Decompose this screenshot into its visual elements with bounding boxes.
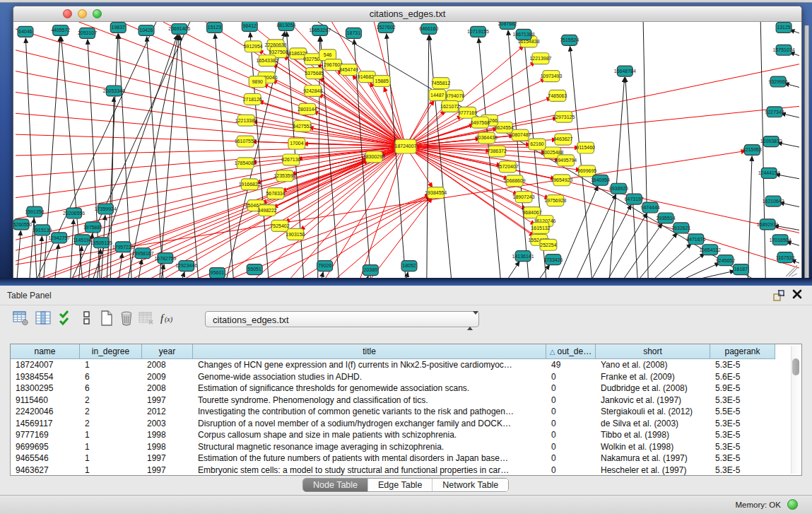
cell-in-degree[interactable]: 2 [80, 395, 142, 407]
graph-node[interactable]: 14136141 [512, 251, 534, 262]
cell-pagerank[interactable]: 5.6E-5 [710, 371, 775, 383]
graph-node[interactable]: 12353594 [273, 170, 295, 182]
graph-node[interactable]: 20389 [363, 265, 378, 276]
graph-node[interactable]: 25260550 [13, 219, 33, 230]
cell-out-de-[interactable]: 0 [546, 395, 596, 407]
cell-year[interactable]: 1998 [142, 441, 193, 453]
graph-node[interactable]: 5912954 [244, 41, 263, 52]
column-header-out-de-[interactable]: △out_de… [546, 344, 596, 359]
graph-node[interactable]: 16782759 [154, 253, 176, 264]
graph-node[interactable]: 10426 [139, 25, 154, 35]
graph-node[interactable]: 8813054 [276, 22, 295, 30]
graph-node[interactable]: 7386372 [488, 146, 507, 157]
graph-node[interactable]: 15885 [373, 76, 390, 87]
graph-node[interactable]: 6466160 [419, 23, 438, 34]
graph-node[interactable]: 9474444 [641, 202, 660, 213]
cell-short[interactable]: Dudbridge et al. (2008) [596, 382, 710, 395]
column-header-year[interactable]: year [142, 344, 193, 359]
tab-edge-table[interactable]: Edge Table [368, 479, 433, 491]
graph-node[interactable]: 15123 [207, 22, 223, 33]
graph-node[interactable]: 1591358 [25, 206, 44, 217]
graph-node[interactable]: 10688609 [504, 175, 526, 187]
cell-out-de-[interactable]: 0 [546, 452, 596, 465]
graph-node[interactable]: 7525402 [270, 220, 289, 231]
graph-node[interactable]: 12213383 [235, 115, 257, 126]
cell-name[interactable]: 9777169 [11, 429, 80, 441]
graph-node[interactable]: 16107552 [235, 136, 257, 147]
network-window-titlebar[interactable]: citations_edges.txt [13, 6, 801, 22]
graph-node[interactable]: 17359924 [95, 204, 117, 214]
cell-out-de-[interactable]: 49 [546, 359, 596, 371]
cell-pagerank[interactable]: 5.3E-5 [710, 395, 775, 407]
graph-node[interactable]: 1640954 [591, 175, 610, 185]
deselect-rows-icon[interactable] [78, 310, 96, 328]
graph-node[interactable]: 1621072 [440, 100, 459, 112]
graph-node[interactable]: 14671388 [513, 29, 535, 40]
graph-node[interactable]: 12942757 [48, 233, 70, 243]
graph-node[interactable]: 9463627 [553, 134, 572, 145]
cell-short[interactable]: Tibbo et al. (1998) [596, 429, 710, 441]
graph-node[interactable]: 19384554 [425, 187, 447, 199]
graph-node[interactable]: 17957223 [112, 242, 134, 252]
cell-name[interactable]: 9115460 [11, 395, 80, 407]
table-row[interactable]: 1872400712008Changes of HCN gene express… [11, 359, 775, 371]
graph-node[interactable]: 1615132 [531, 222, 550, 233]
graph-node[interactable]: 1527602 [377, 22, 396, 33]
cell-pagerank[interactable]: 5.9E-5 [710, 382, 775, 395]
graph-node[interactable]: 8427552 [293, 120, 312, 132]
tab-node-table[interactable]: Node Table [303, 479, 368, 491]
cell-title[interactable]: Genome-wide association studies in ADHD. [193, 371, 546, 383]
graph-node[interactable]: 8215953 [743, 145, 762, 156]
cell-name[interactable]: 9699695 [11, 441, 80, 453]
graph-node[interactable]: 3498222 [258, 205, 277, 216]
graph-node[interactable]: 3975887 [83, 222, 102, 233]
cell-name[interactable]: 18724007 [11, 359, 80, 371]
graph-node[interactable]: 3915139 [33, 225, 52, 235]
cell-title[interactable]: Embryonic stem cells: a model to study s… [193, 465, 546, 477]
graph-node[interactable]: 8471676 [686, 234, 705, 245]
cell-in-degree[interactable]: 1 [80, 359, 142, 371]
graph-node[interactable]: 2053107 [78, 28, 97, 38]
cell-short[interactable]: Hescheler et al. (1997) [596, 465, 710, 477]
graph-node[interactable]: 12093832 [760, 136, 782, 147]
graph-node[interactable]: 19837 [110, 22, 126, 33]
graph-node[interactable]: 5375685 [305, 68, 324, 79]
cell-title[interactable]: Estimation of significance thresholds fo… [193, 382, 546, 395]
cell-name[interactable]: 18300295 [11, 382, 80, 395]
table-scrollbar-thumb[interactable] [792, 358, 799, 375]
graph-node[interactable]: 15892971 [757, 219, 779, 230]
column-header-pagerank[interactable]: pagerank [710, 344, 775, 359]
cell-in-degree[interactable]: 1 [80, 452, 142, 465]
graph-node[interactable]: 19654923 [551, 175, 572, 186]
table-row[interactable]: 946362711997Embryonic stem cells: a mode… [11, 465, 775, 477]
graph-node[interactable]: 8454749 [339, 64, 358, 76]
graph-node[interactable]: 9242848 [303, 86, 322, 97]
cell-out-de-[interactable]: 0 [546, 441, 596, 453]
graph-node[interactable]: 2935514 [656, 213, 675, 223]
graph-node[interactable]: 18052 [401, 261, 417, 271]
graph-node[interactable]: 1733426 [543, 255, 563, 265]
graph-node[interactable]: 10654112 [699, 245, 721, 255]
graph-node[interactable]: 12213987 [529, 53, 551, 64]
graph-node[interactable]: 55051 [247, 264, 262, 275]
graph-node[interactable]: 5678334 [266, 188, 285, 199]
cell-out-de-[interactable]: 0 [546, 371, 596, 383]
graph-node[interactable]: 20206556 [63, 208, 85, 218]
graph-node[interactable]: 62160 [529, 139, 546, 150]
cell-name[interactable]: 22420046 [11, 406, 80, 418]
float-panel-icon[interactable] [771, 289, 785, 302]
graph-node[interactable]: 13958167 [132, 248, 154, 259]
table-row[interactable]: 969969511998Structural magnetic resonanc… [11, 441, 775, 453]
cell-pagerank[interactable]: 5.3E-5 [710, 452, 775, 465]
cell-title[interactable]: Structural magnetic resonance image aver… [193, 441, 546, 453]
cell-year[interactable]: 2008 [142, 382, 193, 395]
column-select-icon[interactable] [34, 310, 52, 328]
column-header-in-degree[interactable]: in_degree [80, 344, 142, 359]
citation-network-graph[interactable]: 1872400718300295193845545912954222606389… [13, 22, 801, 279]
graph-node[interactable]: 2718126 [243, 93, 262, 105]
cell-pagerank[interactable]: 5.3E-5 [710, 441, 775, 453]
cell-title[interactable]: Investigating the contribution of common… [193, 406, 546, 418]
cell-title[interactable]: Corpus callosum shape and size in male p… [193, 429, 546, 441]
graph-node[interactable]: 7632621 [671, 223, 690, 233]
graph-node[interactable]: 17004 [288, 138, 305, 149]
